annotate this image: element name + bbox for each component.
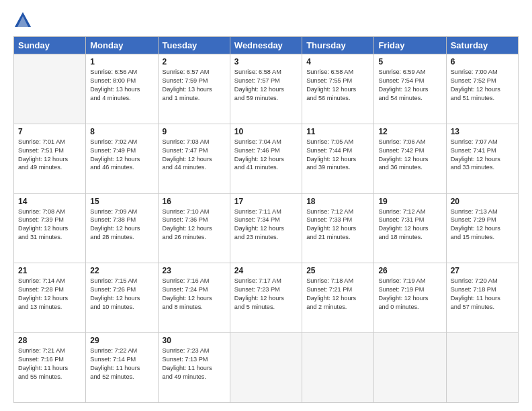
calendar-cell <box>302 333 374 403</box>
cell-text: Sunrise: 7:07 AMSunset: 7:41 PMDaylight:… <box>451 138 514 173</box>
week-row-2: 7Sunrise: 7:01 AMSunset: 7:51 PMDaylight… <box>14 124 519 193</box>
day-number: 5 <box>378 57 441 66</box>
cell-text: Sunrise: 7:04 AMSunset: 7:46 PMDaylight:… <box>234 138 298 173</box>
cell-text: Sunrise: 7:20 AMSunset: 7:18 PMDaylight:… <box>451 277 514 312</box>
cell-text: Sunrise: 7:12 AMSunset: 7:31 PMDaylight:… <box>378 208 441 242</box>
day-number: 30 <box>163 336 226 345</box>
day-number: 1 <box>90 57 153 66</box>
calendar-cell: 12Sunrise: 7:06 AMSunset: 7:42 PMDayligh… <box>374 124 446 193</box>
weekday-header-saturday: Saturday <box>446 37 518 54</box>
calendar-cell: 16Sunrise: 7:10 AMSunset: 7:36 PMDayligh… <box>158 193 230 263</box>
cell-text: Sunrise: 6:58 AMSunset: 7:55 PMDaylight:… <box>306 68 369 103</box>
day-number: 25 <box>306 266 369 275</box>
calendar-cell: 8Sunrise: 7:02 AMSunset: 7:49 PMDaylight… <box>86 124 158 193</box>
calendar-cell: 28Sunrise: 7:21 AMSunset: 7:16 PMDayligh… <box>14 333 86 403</box>
calendar-cell: 13Sunrise: 7:07 AMSunset: 7:41 PMDayligh… <box>446 124 518 193</box>
cell-text: Sunrise: 7:06 AMSunset: 7:42 PMDaylight:… <box>378 138 441 173</box>
week-row-1: 1Sunrise: 6:56 AMSunset: 8:00 PMDaylight… <box>14 54 519 124</box>
calendar-cell: 11Sunrise: 7:05 AMSunset: 7:44 PMDayligh… <box>302 124 374 193</box>
cell-text: Sunrise: 6:57 AMSunset: 7:59 PMDaylight:… <box>163 68 226 103</box>
cell-text: Sunrise: 7:15 AMSunset: 7:26 PMDaylight:… <box>90 277 153 312</box>
weekday-header-thursday: Thursday <box>302 37 374 54</box>
calendar-cell <box>230 333 302 403</box>
day-number: 27 <box>451 266 514 275</box>
day-number: 13 <box>451 127 514 136</box>
day-number: 15 <box>90 197 153 206</box>
calendar-cell: 26Sunrise: 7:19 AMSunset: 7:19 PMDayligh… <box>374 263 446 333</box>
day-number: 6 <box>451 57 514 66</box>
cell-text: Sunrise: 7:19 AMSunset: 7:19 PMDaylight:… <box>378 277 441 312</box>
cell-text: Sunrise: 7:18 AMSunset: 7:21 PMDaylight:… <box>306 277 369 312</box>
calendar-cell: 23Sunrise: 7:16 AMSunset: 7:24 PMDayligh… <box>158 263 230 333</box>
day-number: 8 <box>90 127 153 136</box>
calendar-cell: 1Sunrise: 6:56 AMSunset: 8:00 PMDaylight… <box>86 54 158 124</box>
day-number: 10 <box>234 127 298 136</box>
calendar-cell: 21Sunrise: 7:14 AMSunset: 7:28 PMDayligh… <box>14 263 86 333</box>
header <box>13 11 519 30</box>
calendar-cell: 27Sunrise: 7:20 AMSunset: 7:18 PMDayligh… <box>446 263 518 333</box>
cell-text: Sunrise: 7:03 AMSunset: 7:47 PMDaylight:… <box>163 138 226 173</box>
calendar-cell: 18Sunrise: 7:12 AMSunset: 7:33 PMDayligh… <box>302 193 374 263</box>
calendar-cell: 22Sunrise: 7:15 AMSunset: 7:26 PMDayligh… <box>86 263 158 333</box>
day-number: 9 <box>163 127 226 136</box>
cell-text: Sunrise: 6:58 AMSunset: 7:57 PMDaylight:… <box>234 68 298 103</box>
cell-text: Sunrise: 7:11 AMSunset: 7:34 PMDaylight:… <box>234 208 298 242</box>
cell-text: Sunrise: 7:23 AMSunset: 7:13 PMDaylight:… <box>163 347 226 381</box>
calendar-cell: 17Sunrise: 7:11 AMSunset: 7:34 PMDayligh… <box>230 193 302 263</box>
cell-text: Sunrise: 7:08 AMSunset: 7:39 PMDaylight:… <box>18 208 81 242</box>
cell-text: Sunrise: 7:16 AMSunset: 7:24 PMDaylight:… <box>163 277 226 312</box>
calendar-cell: 2Sunrise: 6:57 AMSunset: 7:59 PMDaylight… <box>158 54 230 124</box>
cell-text: Sunrise: 7:12 AMSunset: 7:33 PMDaylight:… <box>306 208 369 242</box>
day-number: 26 <box>378 266 441 275</box>
calendar-cell: 20Sunrise: 7:13 AMSunset: 7:29 PMDayligh… <box>446 193 518 263</box>
cell-text: Sunrise: 7:02 AMSunset: 7:49 PMDaylight:… <box>90 138 153 173</box>
day-number: 23 <box>163 266 226 275</box>
day-number: 4 <box>306 57 369 66</box>
cell-text: Sunrise: 7:21 AMSunset: 7:16 PMDaylight:… <box>18 347 81 381</box>
calendar-cell: 3Sunrise: 6:58 AMSunset: 7:57 PMDaylight… <box>230 54 302 124</box>
day-number: 11 <box>306 127 369 136</box>
day-number: 19 <box>378 197 441 206</box>
weekday-header-sunday: Sunday <box>14 37 86 54</box>
weekday-header-tuesday: Tuesday <box>158 37 230 54</box>
logo-icon <box>13 11 32 30</box>
calendar-cell: 14Sunrise: 7:08 AMSunset: 7:39 PMDayligh… <box>14 193 86 263</box>
week-row-3: 14Sunrise: 7:08 AMSunset: 7:39 PMDayligh… <box>14 193 519 263</box>
calendar-cell: 29Sunrise: 7:22 AMSunset: 7:14 PMDayligh… <box>86 333 158 403</box>
weekday-header-row: SundayMondayTuesdayWednesdayThursdayFrid… <box>14 37 519 54</box>
day-number: 21 <box>18 266 81 275</box>
day-number: 14 <box>18 197 81 206</box>
calendar-cell: 4Sunrise: 6:58 AMSunset: 7:55 PMDaylight… <box>302 54 374 124</box>
cell-text: Sunrise: 6:56 AMSunset: 8:00 PMDaylight:… <box>90 68 153 103</box>
calendar-cell: 24Sunrise: 7:17 AMSunset: 7:23 PMDayligh… <box>230 263 302 333</box>
cell-text: Sunrise: 7:01 AMSunset: 7:51 PMDaylight:… <box>18 138 81 173</box>
calendar-cell: 19Sunrise: 7:12 AMSunset: 7:31 PMDayligh… <box>374 193 446 263</box>
day-number: 29 <box>90 336 153 345</box>
day-number: 28 <box>18 336 81 345</box>
calendar-cell: 10Sunrise: 7:04 AMSunset: 7:46 PMDayligh… <box>230 124 302 193</box>
calendar: SundayMondayTuesdayWednesdayThursdayFrid… <box>13 36 519 403</box>
cell-text: Sunrise: 6:59 AMSunset: 7:54 PMDaylight:… <box>378 68 441 103</box>
cell-text: Sunrise: 7:17 AMSunset: 7:23 PMDaylight:… <box>234 277 298 312</box>
calendar-cell: 5Sunrise: 6:59 AMSunset: 7:54 PMDaylight… <box>374 54 446 124</box>
weekday-header-friday: Friday <box>374 37 446 54</box>
day-number: 7 <box>18 127 81 136</box>
weekday-header-monday: Monday <box>86 37 158 54</box>
cell-text: Sunrise: 7:13 AMSunset: 7:29 PMDaylight:… <box>451 208 514 242</box>
logo <box>13 11 35 30</box>
calendar-cell: 6Sunrise: 7:00 AMSunset: 7:52 PMDaylight… <box>446 54 518 124</box>
cell-text: Sunrise: 7:22 AMSunset: 7:14 PMDaylight:… <box>90 347 153 381</box>
cell-text: Sunrise: 7:00 AMSunset: 7:52 PMDaylight:… <box>451 68 514 103</box>
day-number: 22 <box>90 266 153 275</box>
calendar-cell: 7Sunrise: 7:01 AMSunset: 7:51 PMDaylight… <box>14 124 86 193</box>
weekday-header-wednesday: Wednesday <box>230 37 302 54</box>
cell-text: Sunrise: 7:09 AMSunset: 7:38 PMDaylight:… <box>90 208 153 242</box>
day-number: 20 <box>451 197 514 206</box>
day-number: 3 <box>234 57 298 66</box>
calendar-cell: 30Sunrise: 7:23 AMSunset: 7:13 PMDayligh… <box>158 333 230 403</box>
cell-text: Sunrise: 7:05 AMSunset: 7:44 PMDaylight:… <box>306 138 369 173</box>
calendar-cell <box>14 54 86 124</box>
page: SundayMondayTuesdayWednesdayThursdayFrid… <box>0 0 532 411</box>
cell-text: Sunrise: 7:14 AMSunset: 7:28 PMDaylight:… <box>18 277 81 312</box>
day-number: 12 <box>378 127 441 136</box>
